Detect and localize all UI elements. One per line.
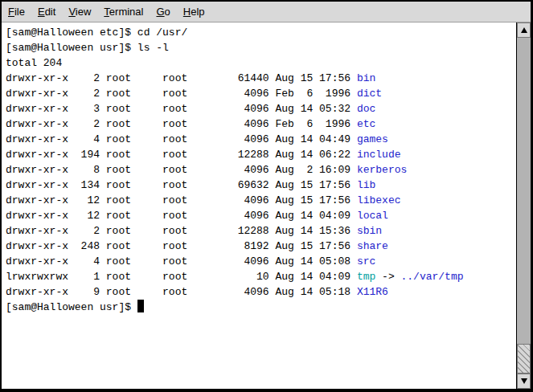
scroll-down-button[interactable]: [517, 374, 531, 389]
arrow-down-icon: [521, 378, 527, 384]
directory-name: libexec: [357, 194, 401, 206]
terminal-line: drwxr-xr-x 4 root root 4096 Aug 14 04:49…: [6, 132, 516, 147]
directory-name: sbin: [357, 225, 382, 237]
terminal-cursor: [137, 300, 144, 312]
terminal-line: drwxr-xr-x 248 root root 8192 Aug 15 17:…: [6, 239, 516, 254]
directory-name: include: [357, 149, 401, 161]
menu-terminal[interactable]: Terminal: [97, 2, 150, 22]
terminal-line: lrwxrwxrwx 1 root root 10 Aug 14 04:09 t…: [6, 269, 516, 284]
terminal-line: drwxr-xr-x 12 root root 4096 Aug 14 04:0…: [6, 208, 516, 223]
terminal-line: drwxr-xr-x 2 root root 12288 Aug 14 15:3…: [6, 223, 516, 239]
terminal-line: drwxr-xr-x 134 root root 69632 Aug 15 17…: [6, 178, 516, 193]
menu-go[interactable]: Go: [150, 2, 176, 22]
terminal-main-area: [sam@Halloween etc]$ cd /usr/[sam@Hallow…: [2, 22, 531, 389]
scroll-up-button[interactable]: [517, 22, 531, 38]
terminal-line: drwxr-xr-x 8 root root 4096 Aug 2 16:09 …: [6, 162, 516, 178]
directory-name: etc: [357, 118, 375, 130]
menu-help[interactable]: Help: [177, 2, 211, 22]
symlink-name: tmp: [357, 271, 375, 283]
scrollbar: [516, 22, 531, 389]
terminal-screen[interactable]: [sam@Halloween etc]$ cd /usr/[sam@Hallow…: [2, 22, 516, 389]
terminal-line: drwxr-xr-x 2 root root 4096 Feb 6 1996 e…: [6, 116, 516, 132]
menu-edit[interactable]: Edit: [31, 2, 62, 22]
directory-name: src: [357, 255, 375, 267]
terminal-line: drwxr-xr-x 2 root root 4096 Feb 6 1996 d…: [6, 86, 516, 101]
directory-name: kerberos: [357, 164, 407, 176]
terminal-line: [sam@Halloween usr]$ ls -l: [6, 40, 516, 55]
terminal-line: [sam@Halloween etc]$ cd /usr/: [6, 25, 516, 40]
directory-name: lib: [357, 179, 375, 191]
directory-name: doc: [357, 103, 375, 115]
terminal-line: [sam@Halloween usr]$: [6, 300, 516, 315]
menu-file[interactable]: File: [2, 2, 31, 22]
terminal-line: drwxr-xr-x 9 root root 4096 Aug 14 05:18…: [6, 284, 516, 300]
directory-name: X11R6: [357, 286, 388, 298]
directory-name: games: [357, 133, 388, 145]
menu-bar: FileEditViewTerminalGoHelp: [2, 2, 531, 22]
directory-name: dict: [357, 88, 382, 100]
scrollbar-track[interactable]: [517, 38, 531, 374]
directory-name: bin: [357, 72, 375, 84]
terminal-line: drwxr-xr-x 3 root root 4096 Aug 14 05:32…: [6, 101, 516, 116]
directory-name: local: [357, 210, 388, 222]
arrow-up-icon: [521, 27, 527, 33]
terminal-line: drwxr-xr-x 194 root root 12288 Aug 14 06…: [6, 147, 516, 162]
symlink-target: ../var/tmp: [401, 271, 464, 283]
terminal-line: drwxr-xr-x 4 root root 4096 Aug 14 05:08…: [6, 254, 516, 269]
directory-name: share: [357, 240, 388, 252]
terminal-window: FileEditViewTerminalGoHelp [sam@Hallowee…: [0, 0, 533, 392]
terminal-line: total 204: [6, 55, 516, 71]
terminal-line: drwxr-xr-x 2 root root 61440 Aug 15 17:5…: [6, 71, 516, 86]
menu-view[interactable]: View: [62, 2, 97, 22]
scrollbar-thumb[interactable]: [517, 344, 531, 374]
terminal-line: drwxr-xr-x 12 root root 4096 Aug 15 17:5…: [6, 193, 516, 208]
